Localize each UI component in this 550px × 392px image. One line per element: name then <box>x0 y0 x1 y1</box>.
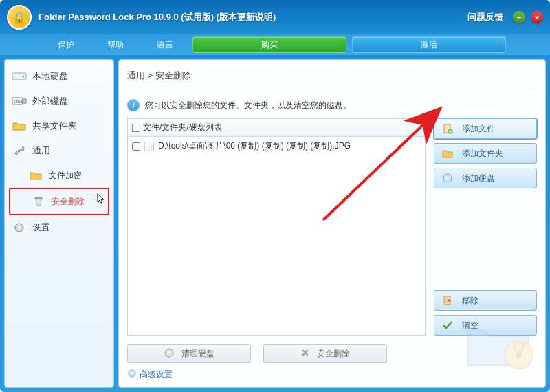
breadcrumb: 通用 > 安全删除 <box>127 67 537 89</box>
button-label: 移除 <box>462 295 478 307</box>
buy-button[interactable]: 购买 <box>192 36 346 53</box>
add-folder-icon <box>441 147 454 160</box>
folder-lock-icon <box>28 168 43 182</box>
add-file-button[interactable]: 添加文件 <box>434 118 537 139</box>
sidebar-item-label: 安全删除 <box>52 196 85 208</box>
button-label: 安全删除 <box>317 348 350 360</box>
trash-icon <box>31 195 46 208</box>
sidebar-item-shared-folder[interactable]: 共享文件夹 <box>8 113 111 138</box>
file-icon <box>144 142 154 151</box>
add-file-icon <box>441 122 454 135</box>
check-icon <box>441 319 454 331</box>
usb-icon: USB <box>12 94 27 108</box>
sidebar-item-label: 本地硬盘 <box>32 70 68 83</box>
svg-point-11 <box>447 177 449 179</box>
disk-icon <box>12 69 27 83</box>
svg-point-14 <box>168 351 170 353</box>
app-lock-icon <box>7 5 32 30</box>
work-area: 文件/文件夹/硬盘列表 D:\tools\桌面\图片\00 (复制) (复制) … <box>127 118 537 336</box>
svg-point-16 <box>131 373 133 375</box>
add-folder-button[interactable]: 添加文件夹 <box>434 143 537 164</box>
gear-icon <box>12 221 27 235</box>
svg-rect-5 <box>35 197 42 199</box>
info-text: 您可以安全删除您的文件、文件夹，以及清空您的磁盘。 <box>145 100 351 111</box>
button-label: 清空 <box>462 320 478 331</box>
svg-point-7 <box>18 226 21 229</box>
button-label: 清理硬盘 <box>182 348 214 360</box>
button-label: 添加文件夹 <box>462 148 503 160</box>
add-disk-button[interactable]: 添加硬盘 <box>434 168 537 188</box>
advanced-label: 高级设置 <box>140 369 173 380</box>
file-path: D:\tools\桌面\图片\00 (复制) (复制) (复制) (复制).JP… <box>158 140 351 152</box>
sidebar-item-label: 通用 <box>32 144 50 157</box>
secure-delete-button[interactable]: 安全删除 <box>263 344 387 363</box>
svg-rect-4 <box>23 99 26 103</box>
sidebar-item-file-encrypt[interactable]: 文件加密 <box>8 163 111 188</box>
sidebar-item-label: 共享文件夹 <box>32 120 77 132</box>
main-area: 本地硬盘 USB 外部磁盘 共享文件夹 通用 <box>0 55 550 392</box>
sidebar: 本地硬盘 USB 外部磁盘 共享文件夹 通用 <box>4 59 114 388</box>
menu-protect[interactable]: 保护 <box>41 36 91 54</box>
list-item[interactable]: D:\tools\桌面\图片\00 (复制) (复制) (复制) (复制).JP… <box>128 138 425 154</box>
clear-button[interactable]: 清空 <box>434 315 537 336</box>
list-header[interactable]: 文件/文件夹/硬盘列表 <box>128 119 425 137</box>
menu-language[interactable]: 语言 <box>140 36 190 54</box>
info-icon: i <box>127 99 140 111</box>
action-buttons: 添加文件 添加文件夹 添加硬盘 <box>434 118 537 336</box>
sidebar-item-external-disk[interactable]: USB 外部磁盘 <box>8 89 111 113</box>
wrench-icon <box>12 144 27 157</box>
sidebar-item-general[interactable]: 通用 <box>8 138 111 163</box>
clean-disk-icon <box>164 347 175 360</box>
app-window: Folder Password Lock Pro 10.9.0 (试用版) (版… <box>0 0 550 392</box>
button-label: 添加硬盘 <box>462 173 495 184</box>
remove-button[interactable]: 移除 <box>434 290 537 311</box>
item-checkbox[interactable] <box>132 142 140 151</box>
sidebar-item-secure-delete[interactable]: 安全删除 <box>9 188 109 215</box>
minimize-icon[interactable]: – <box>513 11 525 23</box>
list-header-label: 文件/文件夹/硬盘列表 <box>143 122 222 133</box>
sidebar-item-label: 设置 <box>32 221 50 234</box>
folder-icon <box>12 119 27 133</box>
feedback-link[interactable]: 问题反馈 <box>468 11 503 23</box>
sidebar-item-label: 外部磁盘 <box>32 95 68 107</box>
app-title: Folder Password Lock Pro 10.9.0 (试用版) (版… <box>38 11 276 23</box>
info-row: i 您可以安全删除您的文件、文件夹，以及清空您的磁盘。 <box>127 89 537 118</box>
remove-icon <box>441 294 454 307</box>
menubar: 保护 帮助 语言 购买 激活 <box>0 34 550 55</box>
add-disk-icon <box>441 172 454 184</box>
sidebar-item-label: 文件加密 <box>49 170 82 182</box>
file-list-panel: 文件/文件夹/硬盘列表 D:\tools\桌面\图片\00 (复制) (复制) … <box>127 118 426 336</box>
sidebar-item-local-disk[interactable]: 本地硬盘 <box>8 64 111 89</box>
clean-disk-button[interactable]: 清理硬盘 <box>127 344 251 363</box>
menu-help[interactable]: 帮助 <box>91 36 140 54</box>
svg-text:USB: USB <box>14 100 23 104</box>
content-panel: 通用 > 安全删除 i 您可以安全删除您的文件、文件夹，以及清空您的磁盘。 文件… <box>118 59 546 388</box>
list-body: D:\tools\桌面\图片\00 (复制) (复制) (复制) (复制).JP… <box>128 137 425 335</box>
select-all-checkbox[interactable] <box>132 124 140 132</box>
delete-x-icon <box>300 348 310 360</box>
activate-button[interactable]: 激活 <box>352 36 506 53</box>
advanced-settings-link[interactable]: 高级设置 <box>127 363 537 380</box>
sidebar-item-settings[interactable]: 设置 <box>8 215 111 240</box>
gear-small-icon <box>127 369 137 380</box>
close-icon[interactable]: × <box>531 11 543 23</box>
button-label: 添加文件 <box>462 123 495 135</box>
svg-point-1 <box>23 76 25 78</box>
cursor-icon <box>97 193 105 204</box>
bottom-row: 清理硬盘 安全删除 <box>127 336 537 363</box>
titlebar: Folder Password Lock Pro 10.9.0 (试用版) (版… <box>0 0 550 34</box>
